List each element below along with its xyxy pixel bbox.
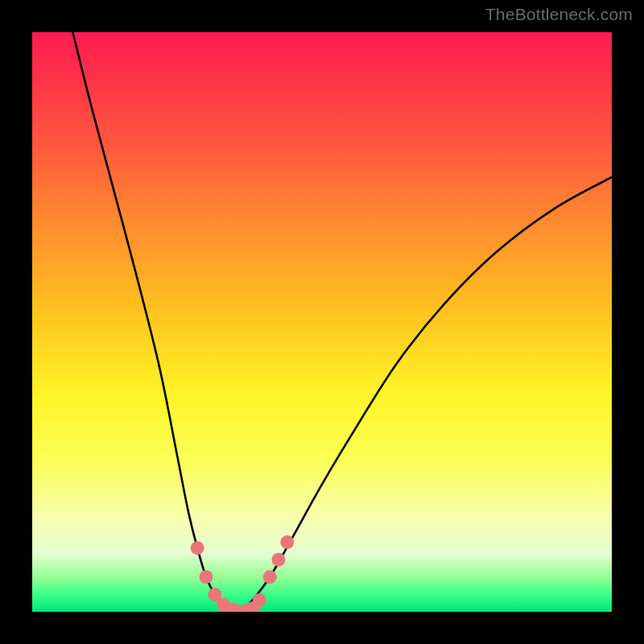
curve-left [72, 32, 241, 612]
marker-dot [272, 553, 286, 567]
marker-dots [191, 535, 295, 612]
marker-dot [253, 593, 266, 607]
marker-dot [263, 570, 277, 584]
marker-dot [280, 535, 294, 549]
plot-area [32, 32, 612, 612]
watermark-text: TheBottleneck.com [485, 5, 633, 24]
chart-frame: TheBottleneck.com [0, 0, 644, 644]
marker-dot [208, 588, 221, 601]
marker-dot [191, 541, 204, 555]
marker-dot [200, 570, 213, 584]
curves-layer [32, 32, 612, 612]
curve-right [241, 177, 612, 612]
